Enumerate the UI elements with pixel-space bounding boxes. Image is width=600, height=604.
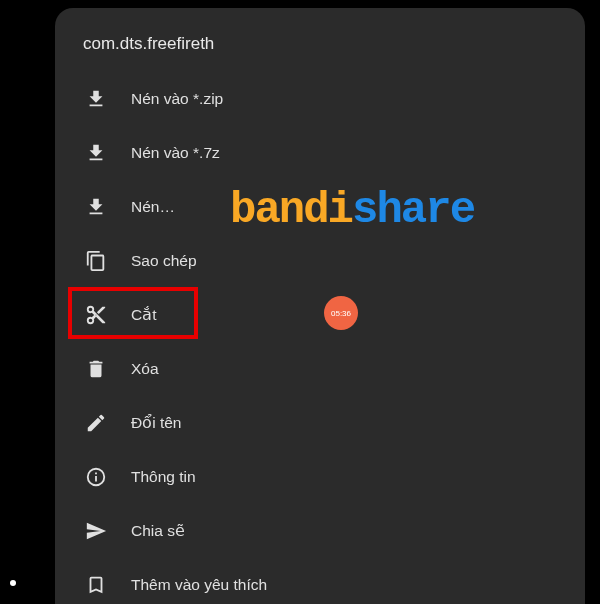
indicator-dot bbox=[10, 580, 16, 586]
download-icon bbox=[83, 194, 109, 220]
info-icon bbox=[83, 464, 109, 490]
download-icon bbox=[83, 140, 109, 166]
menu-item-cut[interactable]: Cắt bbox=[55, 288, 585, 342]
menu-label: Thêm vào yêu thích bbox=[131, 576, 267, 594]
menu-item-copy[interactable]: Sao chép bbox=[55, 234, 585, 288]
menu-item-delete[interactable]: Xóa bbox=[55, 342, 585, 396]
menu-title: com.dts.freefireth bbox=[55, 8, 585, 72]
menu-item-rename[interactable]: Đổi tên bbox=[55, 396, 585, 450]
menu-label: Chia sẽ bbox=[131, 522, 185, 540]
menu-item-favorite[interactable]: Thêm vào yêu thích bbox=[55, 558, 585, 604]
copy-icon bbox=[83, 248, 109, 274]
menu-label: Nén vào *.zip bbox=[131, 90, 223, 108]
send-icon bbox=[83, 518, 109, 544]
menu-label: Xóa bbox=[131, 360, 159, 378]
menu-item-7z[interactable]: Nén vào *.7z bbox=[55, 126, 585, 180]
menu-label: Sao chép bbox=[131, 252, 197, 270]
delete-icon bbox=[83, 356, 109, 382]
menu-label: Thông tin bbox=[131, 468, 196, 486]
menu-item-info[interactable]: Thông tin bbox=[55, 450, 585, 504]
context-menu-panel: com.dts.freefireth Nén vào *.zip Nén vào… bbox=[55, 8, 585, 604]
menu-label: Đổi tên bbox=[131, 414, 182, 432]
cut-icon bbox=[83, 302, 109, 328]
bookmark-icon bbox=[83, 572, 109, 598]
menu-item-share[interactable]: Chia sẽ bbox=[55, 504, 585, 558]
menu-label: Cắt bbox=[131, 306, 157, 324]
menu-item-compress[interactable]: Nén… bbox=[55, 180, 585, 234]
menu-label: Nén vào *.7z bbox=[131, 144, 220, 162]
download-icon bbox=[83, 86, 109, 112]
menu-list: Nén vào *.zip Nén vào *.7z Nén… Sao chép bbox=[55, 72, 585, 604]
edit-icon bbox=[83, 410, 109, 436]
menu-item-zip[interactable]: Nén vào *.zip bbox=[55, 72, 585, 126]
menu-label: Nén… bbox=[131, 198, 175, 216]
